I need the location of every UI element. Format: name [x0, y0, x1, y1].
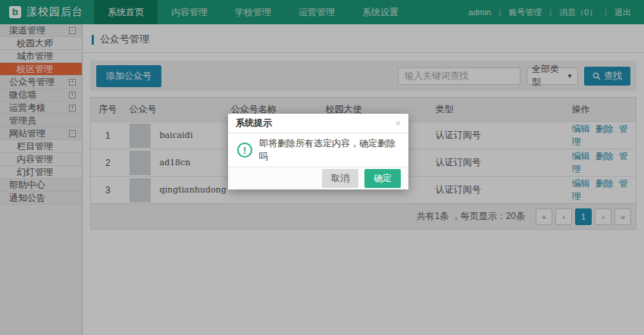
confirm-dialog: 系统提示 × ! 即将删除所有选定内容，确定删除吗 取消 确定: [228, 114, 408, 189]
dialog-title: 系统提示: [236, 117, 395, 130]
warning-icon: !: [237, 142, 252, 158]
cancel-button[interactable]: 取消: [322, 169, 358, 188]
dialog-message: 即将删除所有选定内容，确定删除吗: [259, 137, 399, 163]
dialog-footer: 取消 确定: [228, 167, 408, 189]
dialog-header: 系统提示 ×: [228, 114, 408, 133]
confirm-button[interactable]: 确定: [364, 169, 401, 188]
dialog-body: ! 即将删除所有选定内容，确定删除吗: [228, 133, 408, 167]
close-icon[interactable]: ×: [395, 118, 401, 128]
